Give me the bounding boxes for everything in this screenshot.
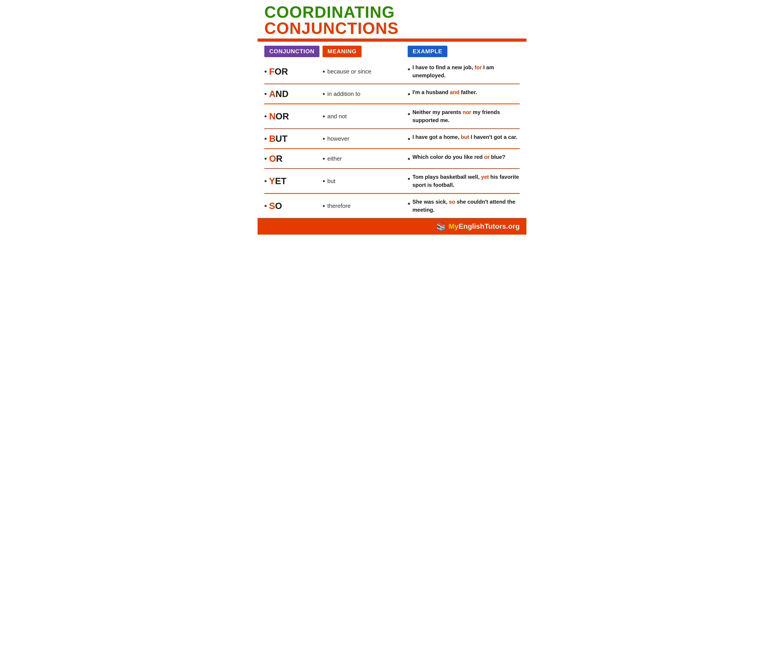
table-row-for: • FOR • because or since • I have to fin…	[264, 59, 520, 84]
table-row-nor: • NOR • and not • Neither my parents nor…	[264, 104, 520, 129]
conj-word-but: BUT	[269, 134, 288, 144]
meaning-cell-or: • either	[322, 154, 408, 163]
example-cell-or: • Which color do you like red or blue?	[408, 153, 520, 164]
col-header-meaning: MEANING	[322, 46, 408, 57]
header: COORDINATING CONJUNCTIONS	[258, 0, 526, 40]
column-headers: CONJUNCTION MEANING EXAMPLE	[258, 42, 526, 59]
meaning-cell-yet: • but	[322, 177, 408, 185]
footer-logo: 📚 MyEnglishTutors.org	[436, 221, 520, 231]
meaning-text-or: either	[327, 155, 342, 162]
conj-cell-yet: • YET	[264, 176, 322, 186]
example-text-so: She was sick, so she couldn't attend the…	[412, 198, 520, 214]
meaning-cell-and: • in addition to	[322, 90, 408, 98]
meaning-text-so: therefore	[327, 202, 350, 210]
footer-text: MyEnglishTutors.org	[448, 222, 520, 230]
conj-word-or: OR	[269, 154, 283, 164]
example-cell-for: • I have to find a new job, for I am une…	[408, 64, 520, 79]
main-title: COORDINATING CONJUNCTIONS	[264, 4, 520, 36]
bullet-so: •	[264, 202, 267, 210]
conj-word-yet: YET	[269, 176, 286, 186]
conj-word-for: FOR	[269, 67, 288, 76]
conj-word-and: AND	[269, 89, 288, 99]
example-text-but: I have got a home, but I haven't got a c…	[412, 133, 517, 141]
table-row-yet: • YET • but • Tom plays basketball well,…	[264, 169, 520, 194]
orange-divider	[258, 40, 526, 42]
example-text-nor: Neither my parents nor my friends suppor…	[412, 108, 520, 124]
meaning-text-for: because or since	[327, 68, 372, 75]
col-header-example: EXAMPLE	[408, 46, 520, 57]
table-row-and: • AND • in addition to • I'm a husband a…	[264, 84, 520, 104]
bullet-and: •	[264, 90, 267, 98]
example-cell-but: • I have got a home, but I haven't got a…	[408, 133, 520, 144]
conj-cell-but: • BUT	[264, 134, 322, 144]
meaning-cell-but: • however	[322, 135, 408, 143]
logo-icon: 📚	[436, 221, 446, 231]
example-text-yet: Tom plays basketball well, yet his favor…	[412, 173, 520, 189]
example-text-for: I have to find a new job, for I am unemp…	[412, 64, 520, 79]
meaning-cell-for: • because or since	[322, 67, 408, 76]
meaning-text-but: however	[327, 135, 349, 142]
meaning-cell-so: • therefore	[322, 202, 408, 210]
meaning-text-yet: but	[327, 177, 335, 185]
example-text-or: Which color do you like red or blue?	[412, 153, 506, 161]
title-conjunctions: CONJUNCTIONS	[264, 19, 399, 37]
bullet-but: •	[264, 135, 267, 143]
example-cell-so: • She was sick, so she couldn't attend t…	[408, 198, 520, 214]
meaning-text-nor: and not	[327, 113, 347, 120]
example-cell-and: • I'm a husband and father.	[408, 88, 520, 100]
col-header-conjunction: CONJUNCTION	[264, 46, 322, 57]
bullet-nor: •	[264, 112, 267, 120]
table-body: • FOR • because or since • I have to fin…	[258, 59, 526, 218]
footer: 📚 MyEnglishTutors.org	[258, 218, 526, 235]
bullet-for: •	[264, 67, 267, 76]
conj-cell-for: • FOR	[264, 67, 322, 76]
conj-word-so: SO	[269, 201, 282, 211]
bullet-yet: •	[264, 177, 267, 185]
table-row-or: • OR • either • Which color do you like …	[264, 149, 520, 169]
example-cell-nor: • Neither my parents nor my friends supp…	[408, 108, 520, 124]
conj-cell-or: • OR	[264, 154, 322, 164]
conj-word-nor: NOR	[269, 111, 289, 121]
conj-cell-and: • AND	[264, 89, 322, 99]
meaning-cell-nor: • and not	[322, 112, 408, 120]
example-cell-yet: • Tom plays basketball well, yet his fav…	[408, 173, 520, 189]
title-coordinating: COORDINATING	[264, 3, 395, 21]
conj-cell-so: • SO	[264, 201, 322, 211]
table-row-but: • BUT • however • I have got a home, but…	[264, 129, 520, 149]
example-text-and: I'm a husband and father.	[412, 88, 477, 96]
table-row-so: • SO • therefore • She was sick, so she …	[264, 194, 520, 218]
conj-cell-nor: • NOR	[264, 111, 322, 121]
meaning-text-and: in addition to	[327, 90, 360, 98]
bullet-or: •	[264, 154, 267, 163]
